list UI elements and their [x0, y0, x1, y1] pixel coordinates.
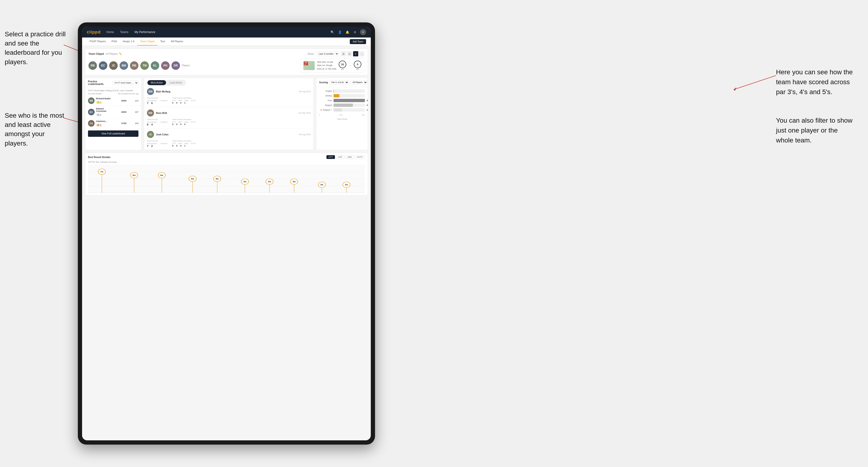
activity-tabs-row: Most Active Least Active [144, 78, 313, 86]
pa-stats-1: Total Rounds TournamentPractice 7 6 [147, 97, 311, 104]
nav-home[interactable]: Home [105, 30, 115, 34]
show-label: Show: [308, 53, 314, 55]
players-row: RB EC JC BM RB TM KL PH DR Players [88, 61, 190, 70]
scoring-filter-par[interactable]: Par 3, 4 & 5s [329, 80, 349, 85]
players-label: Players [182, 64, 190, 67]
tab-least-active[interactable]: Least Active [166, 80, 185, 85]
add-team-button[interactable]: Add Team [350, 39, 366, 44]
lb-info-2: Edward Crossman 🥈 2 [96, 107, 115, 117]
hole-info: Shot Dist: 16 yds Start Lie: Rough End L… [317, 60, 336, 70]
svg-text:3x: 3x [345, 184, 348, 186]
bar-fill-bogeys [334, 103, 353, 107]
navbar: clippd Home Teams My Performance 🔍 👤 🔔 ⚙… [82, 27, 371, 37]
subnav-tour[interactable]: Tour [157, 37, 168, 45]
nav-teams[interactable]: Teams [119, 30, 129, 34]
player-avatar-2[interactable]: EC [99, 61, 107, 70]
player-count: 14 Players [105, 52, 118, 55]
view-list[interactable]: ≡ [353, 51, 358, 56]
nav-my-performance[interactable]: My Performance [133, 30, 156, 34]
player-avatar-3[interactable]: JC [109, 61, 118, 70]
view-grid-large[interactable]: ⊟ [347, 51, 352, 56]
player-avatar-7[interactable]: KL [151, 61, 159, 70]
streaks-filters: OTT APP ARG PUTT [327, 155, 365, 159]
app-logo: clippd [87, 30, 101, 35]
player-avatar-8[interactable]: PH [161, 61, 169, 70]
bar-bogeys: Bogeys 311 [319, 103, 365, 107]
bar-fill-birdies [334, 94, 339, 97]
view-sort[interactable]: ↕ [359, 51, 365, 56]
streaks-title: Best Round Streaks [88, 156, 111, 158]
streaks-chart: 7x 6x 6x 5x [88, 165, 365, 193]
user-avatar[interactable]: U [360, 29, 366, 35]
settings-icon[interactable]: ⚙ [352, 30, 358, 35]
pa-avatar-3: JC [147, 131, 154, 138]
subnav-team-clippd[interactable]: Team Clippd [137, 37, 157, 45]
search-icon[interactable]: 🔍 [330, 30, 335, 35]
cards-row: Practice Leaderboards PUTT Must Make Put… [85, 77, 368, 150]
bar-birdies: Birdies 96 [319, 94, 365, 97]
chart-footer: Total Shots [319, 117, 365, 121]
pa-practice-activities-3: Total Practice Activities OTTAPPARGPUTT … [172, 140, 196, 148]
filter-putt[interactable]: PUTT [355, 155, 365, 159]
annotation-top-left: Select a practice drill and see the lead… [5, 30, 68, 66]
player-avatar-6[interactable]: TM [140, 61, 149, 70]
player-avatar-5[interactable]: RB [130, 61, 138, 70]
streaks-header: Best Round Streaks OTT APP ARG PUTT [88, 155, 365, 159]
player-avatar-1[interactable]: RB [88, 61, 97, 70]
subnav-hcaps[interactable]: Hcaps 1-5 [120, 37, 137, 45]
svg-text:6x: 6x [160, 174, 163, 176]
hole-number: 198 SC [304, 62, 308, 65]
scoring-filter-players[interactable]: All Players [350, 80, 368, 85]
view-grid-small[interactable]: ⊞ [341, 51, 346, 56]
svg-marker-5 [734, 87, 736, 91]
leaderboard-row-2[interactable]: EC Edward Crossman 🥈 2 18/20 107 [85, 106, 141, 118]
tab-most-active[interactable]: Most Active [148, 80, 166, 85]
bar-fill-dbogeys [334, 108, 342, 112]
chart-axis: 0 200 400 [319, 113, 365, 117]
pa-avatar-2: RB [147, 110, 154, 117]
subnav: PGAT Players PGA Hcaps 1-5 Team Clippd T… [82, 37, 371, 46]
player-avatar-9[interactable]: DR [172, 61, 180, 70]
show-select[interactable]: Last 3 months [316, 52, 339, 56]
pa-practice-activities-2: Total Practice Activities OTTAPPARGPUTT … [172, 118, 196, 126]
filter-app[interactable]: APP [336, 155, 344, 159]
subnav-pgat[interactable]: PGAT Players [87, 37, 109, 45]
nav-icons: 🔍 👤 🔔 ⚙ U [330, 29, 366, 35]
drill-select[interactable]: PUTT Must Make Putt... [113, 81, 138, 85]
leaderboard-card: Practice Leaderboards PUTT Must Make Put… [85, 77, 142, 150]
pa-practice-activities-1: Total Practice Activities OTTAPPARGPUTT … [172, 97, 196, 104]
view-leaderboard-button[interactable]: View Full Leaderboard [88, 130, 138, 137]
show-row: Show: Last 3 months ⊞ ⊟ ≡ ↕ [308, 51, 365, 56]
bar-dbogeys: D. Bogeys + 131 [319, 108, 365, 112]
svg-text:7x: 7x [100, 170, 103, 173]
leaderboard-row-3[interactable]: CA Cameron... 🥉 3 17/20 103 [85, 118, 141, 129]
player-avatar-4[interactable]: BM [120, 61, 128, 70]
svg-text:4x: 4x [243, 181, 247, 183]
leaderboard-row-1[interactable]: RB Richard Butler 🥇 1 19/20 110 [85, 96, 141, 106]
tablet-screen: clippd Home Teams My Performance 🔍 👤 🔔 ⚙… [82, 27, 371, 440]
team-title: Team Clippd 14 Players [88, 52, 118, 55]
edit-icon[interactable]: ✏️ [119, 53, 122, 55]
pa-total-rounds-2: Total Rounds TournamentPractice 8 4 [147, 118, 167, 126]
filter-arg[interactable]: ARG [345, 155, 354, 159]
activity-item-3: JC Josh Coles 26 Aug 2023 Total Rounds T… [144, 129, 313, 150]
person-icon[interactable]: 👤 [337, 30, 342, 35]
subnav-pga[interactable]: PGA [109, 37, 120, 45]
leaderboard-header: Practice Leaderboards PUTT Must Make Put… [85, 78, 141, 88]
main-content: Team Clippd 14 Players ✏️ Show: Last 3 m… [82, 46, 371, 440]
pa-header-2: RB Rees Britt 02 Sep 2023 [147, 110, 311, 117]
arrow-icon: → [348, 63, 352, 68]
svg-text:5x: 5x [216, 178, 219, 180]
subnav-all-players[interactable]: All Players [168, 37, 186, 45]
bell-icon[interactable]: 🔔 [345, 30, 350, 35]
scoring-card: Scoring Par 3, 4 & 5s All Players Eagles [316, 77, 368, 150]
activity-item-1: BM Blair McHarg 26 Aug 2023 Total Rounds… [144, 86, 313, 107]
team-title-row: Team Clippd 14 Players ✏️ Show: Last 3 m… [88, 51, 365, 56]
filter-ott[interactable]: OTT [327, 155, 335, 159]
pa-total-rounds-1: Total Rounds TournamentPractice 7 6 [147, 97, 167, 104]
lb-avatar-3: CA [88, 120, 95, 127]
annotation-bottom-right: You can also filter to show just one pla… [776, 116, 856, 145]
lb-avatar-2: EC [88, 109, 95, 115]
svg-text:4x: 4x [292, 181, 296, 183]
lb-badge-silver: 🥈 2 [96, 114, 102, 116]
